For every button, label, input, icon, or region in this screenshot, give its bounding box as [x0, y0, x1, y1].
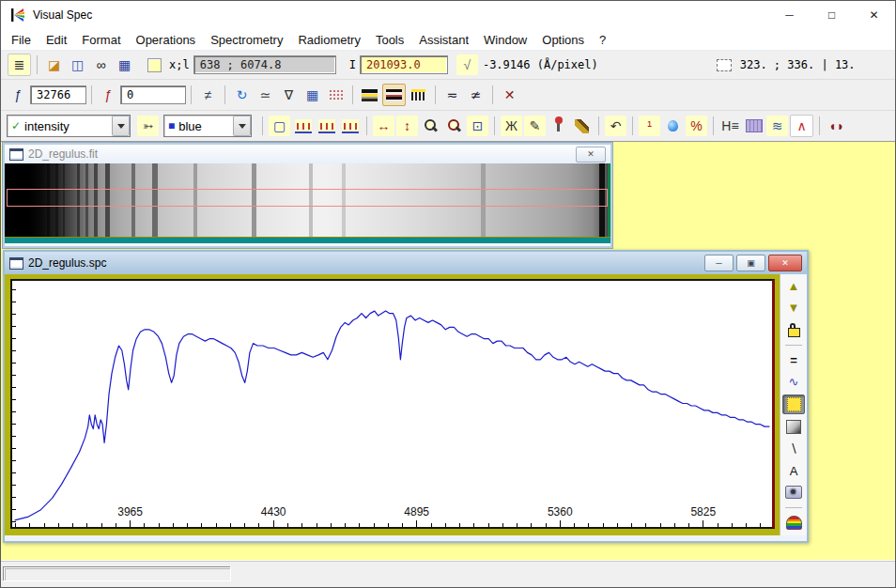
mirror-flip-icon[interactable]: ∇ [278, 85, 300, 105]
hand-pick-icon[interactable]: ➳ [137, 116, 159, 136]
color-select-arrow-button[interactable] [233, 116, 251, 136]
cut-low-icon[interactable]: ƒ [98, 85, 119, 105]
spc-window-titlebar[interactable]: 2D_regulus.spc ─ ▣ ✕ [5, 252, 807, 274]
equal-scale-icon[interactable]: = [783, 351, 804, 369]
spectrum-svg [12, 281, 772, 527]
color-select[interactable]: ■ blue [163, 115, 252, 137]
gradient-display-icon[interactable] [783, 418, 804, 436]
reject-lines-icon[interactable]: ≠ [197, 85, 219, 105]
reference-line-alt-icon[interactable]: ≄ [465, 85, 487, 105]
palette-icon[interactable] [783, 514, 804, 532]
undo-icon[interactable]: ↶ [605, 116, 626, 136]
intensity-value-field[interactable]: 201093.0 [360, 55, 448, 74]
snapshot-icon[interactable] [783, 484, 804, 502]
normalize-icon[interactable]: ¹ [639, 116, 660, 136]
draw-line-icon[interactable]: ∖ [783, 440, 804, 457]
open-image-icon[interactable]: ◪ [43, 54, 65, 75]
spectrum-plot[interactable]: 39654430489553605825 [10, 279, 775, 529]
edit-pencil-icon[interactable]: ✎ [524, 116, 546, 136]
unzoom-icon[interactable] [443, 116, 465, 136]
fit-scrollbar[interactable] [5, 237, 610, 243]
coord-value-field[interactable]: 638 ; 6074.8 [193, 55, 336, 74]
open-profile-icon[interactable]: ◫ [67, 54, 88, 75]
visual-spec-window: Visual Spec ─ □ ✕ FileEditFormatOperatio… [0, 0, 896, 588]
menu-item-help[interactable]: ? [592, 31, 613, 49]
strip-edge-marker [608, 163, 610, 237]
mode-select[interactable]: ✓ intensity [7, 115, 131, 137]
binning-zone-icon[interactable] [408, 85, 429, 105]
fit-spectrum-strip[interactable] [5, 163, 610, 237]
menu-item-format[interactable]: Format [74, 31, 128, 49]
binning-zone-rect[interactable] [7, 189, 608, 208]
menu-item-radiometry[interactable]: Radiometry [290, 31, 367, 49]
pin-marker-icon[interactable] [548, 116, 569, 136]
cut-high-icon[interactable]: ƒ [8, 85, 29, 105]
lock-scale-icon[interactable] [783, 320, 804, 338]
line-ident-icon[interactable] [292, 116, 314, 136]
periodic-table-icon[interactable] [743, 116, 765, 136]
menu-item-edit[interactable]: Edit [39, 31, 74, 49]
menu-item-tools[interactable]: Tools [368, 31, 411, 49]
crop-window-icon[interactable]: ⊡ [467, 116, 488, 136]
display-strip-icon[interactable] [382, 84, 406, 106]
save-profile-icon[interactable]: ▦ [114, 54, 135, 75]
maximize-button[interactable]: □ [811, 1, 853, 29]
high-cut-field[interactable]: 32766 [30, 85, 86, 104]
minimize-button[interactable]: ─ [768, 1, 811, 29]
menu-item-file[interactable]: File [4, 31, 39, 49]
gaussian-fit-icon[interactable]: ∧ [790, 115, 813, 137]
strip-extract-icon[interactable] [359, 85, 380, 105]
line-ident-all-icon[interactable] [339, 116, 361, 136]
element-lines-icon[interactable]: H≡ [719, 116, 741, 136]
add-text-icon[interactable]: A [783, 461, 804, 479]
menu-item-operations[interactable]: Operations [129, 31, 204, 49]
profile-manager-icon[interactable]: ≣ [8, 54, 31, 76]
fit-window-titlebar[interactable]: 2D_regulus.fit ✕ [5, 145, 610, 163]
dot-grid-icon[interactable] [325, 85, 347, 105]
spc-restore-button[interactable]: ▣ [736, 255, 765, 271]
erase-profile-icon[interactable]: ✕ [499, 85, 520, 105]
chevron-down-icon [117, 124, 125, 129]
close-button[interactable]: ✕ [853, 1, 895, 29]
zoom-icon[interactable] [420, 116, 441, 136]
pan-up-icon[interactable]: ▲ [783, 277, 804, 295]
shift-y-icon[interactable]: ↕ [396, 116, 418, 136]
display-settings-icon[interactable]: ▢ [269, 116, 290, 136]
line-ident-zoom-icon[interactable] [316, 116, 337, 136]
smooth-spectrum-icon[interactable]: Ж [501, 116, 522, 136]
shift-x-icon[interactable]: ↔ [373, 116, 394, 136]
pixel-lambda-checkbox[interactable] [147, 58, 162, 72]
menu-item-assistant[interactable]: Assistant [411, 31, 476, 49]
water-drop-icon[interactable] [662, 116, 684, 136]
selection-zone-icon[interactable] [714, 54, 735, 75]
low-cut-field[interactable]: 0 [120, 85, 186, 104]
reference-line-icon[interactable]: ≂ [441, 85, 463, 105]
toolbar-separator [785, 507, 802, 508]
export-table-icon[interactable]: ▦ [301, 85, 323, 105]
search-profile-icon[interactable]: ∞ [90, 54, 112, 75]
toolbar-file: ≣◪◫∞▦ x;l 638 ; 6074.8 I 201093.0 √ -3.9… [1, 51, 895, 79]
toolbar-separator [819, 116, 820, 135]
menu-item-window[interactable]: Window [476, 31, 534, 49]
pan-down-icon[interactable]: ▼ [783, 299, 804, 317]
dispersion-icon[interactable]: √ [456, 54, 478, 75]
continuum-icon[interactable]: ∿ [783, 373, 804, 391]
mode-select-arrow-button[interactable] [112, 116, 130, 136]
toolbar-separator [191, 85, 192, 104]
spc-close-button[interactable]: ✕ [768, 255, 802, 271]
fit-window-title: 2D_regulus.fit [28, 147, 576, 161]
clean-brush-icon[interactable] [571, 116, 593, 136]
menu-item-options[interactable]: Options [534, 31, 592, 49]
phase-icon[interactable]: ◖◗ [826, 116, 847, 136]
fit-close-button[interactable]: ✕ [576, 147, 606, 162]
divide-profile-icon[interactable]: % [686, 116, 707, 136]
chevron-down-icon [239, 124, 246, 129]
toolbar-separator [713, 116, 714, 135]
tilt-correction-icon[interactable]: ≃ [255, 85, 276, 105]
spectrum-curve [15, 311, 770, 520]
spc-minimize-button[interactable]: ─ [704, 255, 734, 271]
select-zone-icon[interactable] [782, 395, 805, 414]
rotate-image-icon[interactable]: ↻ [231, 85, 253, 105]
compare-profiles-icon[interactable]: ≋ [766, 116, 788, 136]
menu-item-spectrometry[interactable]: Spectrometry [203, 31, 290, 49]
